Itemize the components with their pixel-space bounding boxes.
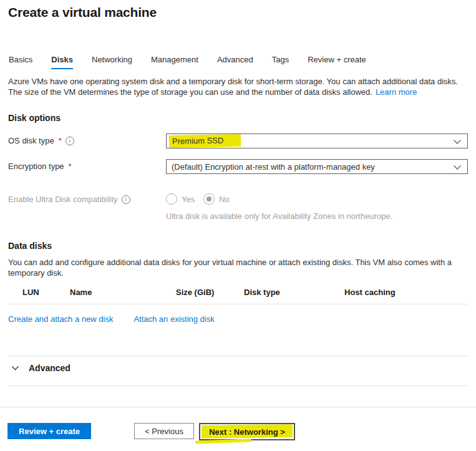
os-disk-type-label: OS disk type xyxy=(8,136,54,145)
tab-advanced[interactable]: Advanced xyxy=(216,54,254,70)
disks-intro-text: Azure VMs have one operating system disk… xyxy=(8,76,468,97)
os-disk-type-dropdown[interactable]: Premium SSD xyxy=(166,133,468,148)
encryption-type-row: Encryption type* (Default) Encryption at… xyxy=(8,159,468,174)
required-indicator: * xyxy=(59,136,62,145)
column-header-disk-type: Disk type xyxy=(244,288,280,297)
wizard-footer: Review + create < Previous Next : Networ… xyxy=(0,407,476,451)
column-header-size: Size (GiB) xyxy=(176,288,214,297)
radio-checked-icon[interactable] xyxy=(203,193,215,205)
os-disk-type-value-highlighted: Premium SSD xyxy=(169,134,241,148)
chevron-down-icon xyxy=(11,364,19,372)
encryption-type-dropdown[interactable]: (Default) Encryption at-rest with a plat… xyxy=(166,159,468,174)
data-disks-table-header: LUN Name Size (GiB) Disk type Host cachi… xyxy=(8,288,468,298)
os-disk-type-row: OS disk type* Premium SSD xyxy=(8,133,468,148)
radio-yes-label: Yes xyxy=(182,195,195,204)
next-button-label: Next : Networking > xyxy=(209,427,285,437)
tab-disks[interactable]: Disks xyxy=(51,54,74,70)
advanced-section-toggle[interactable]: Advanced xyxy=(8,356,468,380)
encryption-type-value: (Default) Encryption at-rest with a plat… xyxy=(172,162,375,172)
tab-management[interactable]: Management xyxy=(150,54,199,70)
highlight-swipe xyxy=(195,439,251,444)
ultra-disk-row: Enable Ultra Disk compatibility Yes No U… xyxy=(8,192,468,221)
ultra-disk-radio-yes[interactable]: Yes xyxy=(166,193,195,205)
data-disks-heading: Data disks xyxy=(8,241,468,251)
encryption-type-label-group: Encryption type* xyxy=(8,159,166,171)
previous-button[interactable]: < Previous xyxy=(134,423,194,439)
advanced-bottom-divider xyxy=(8,386,468,386)
tab-tags[interactable]: Tags xyxy=(271,54,289,70)
wizard-tabs: Basics Disks Networking Management Advan… xyxy=(8,54,468,70)
disk-options-heading: Disk options xyxy=(8,113,468,123)
data-disk-links: Create and attach a new disk Attach an e… xyxy=(8,314,468,324)
page-title: Create a virtual machine xyxy=(8,5,468,20)
os-disk-type-label-group: OS disk type* xyxy=(8,133,166,145)
data-disks-description: You can add and configure additional dat… xyxy=(8,257,464,278)
required-indicator: * xyxy=(69,162,72,171)
column-header-host-caching: Host caching xyxy=(344,288,396,297)
column-header-lun: LUN xyxy=(22,288,39,297)
ultra-disk-radio-group: Yes No xyxy=(166,192,468,205)
radio-unchecked-icon[interactable] xyxy=(166,193,177,205)
tab-networking[interactable]: Networking xyxy=(91,54,133,70)
attach-existing-disk-link[interactable]: Attach an existing disk xyxy=(134,314,214,324)
create-attach-new-disk-link[interactable]: Create and attach a new disk xyxy=(8,314,113,324)
advanced-section-label: Advanced xyxy=(29,363,70,373)
ultra-disk-helper-text: Ultra disk is available only for Availab… xyxy=(166,211,468,221)
tab-basics[interactable]: Basics xyxy=(8,54,33,70)
review-create-button[interactable]: Review + create xyxy=(7,423,91,439)
ultra-disk-radio-no[interactable]: No xyxy=(203,193,230,205)
radio-no-label: No xyxy=(219,195,230,204)
learn-more-link[interactable]: Learn more xyxy=(376,87,417,97)
create-vm-page: Create a virtual machine Basics Disks Ne… xyxy=(0,5,476,386)
table-divider xyxy=(8,304,468,304)
encryption-type-label: Encryption type xyxy=(8,162,64,171)
ultra-disk-label-group: Enable Ultra Disk compatibility xyxy=(8,192,166,204)
tab-review-create[interactable]: Review + create xyxy=(307,54,367,70)
info-icon[interactable] xyxy=(66,137,74,145)
chevron-down-icon xyxy=(453,138,462,145)
info-icon[interactable] xyxy=(122,195,130,204)
chevron-down-icon xyxy=(453,163,462,171)
column-header-name: Name xyxy=(70,288,92,297)
next-networking-button[interactable]: Next : Networking > xyxy=(199,423,295,440)
ultra-disk-label: Enable Ultra Disk compatibility xyxy=(8,195,118,204)
